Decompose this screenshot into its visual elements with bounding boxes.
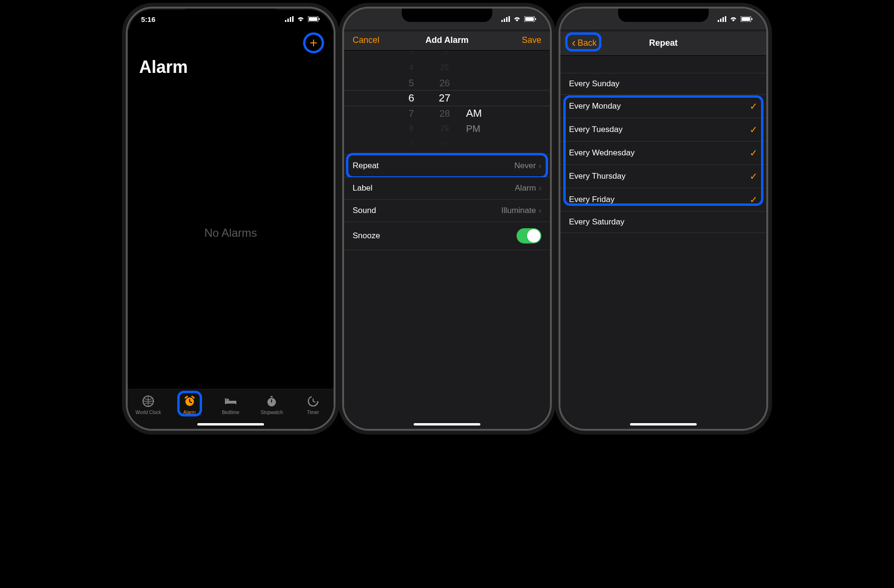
svg-rect-23 [718, 20, 719, 22]
chevron-right-icon: › [539, 162, 541, 170]
svg-rect-19 [508, 16, 510, 22]
battery-icon [524, 16, 537, 22]
highlight-ring [177, 391, 202, 416]
home-indicator[interactable] [630, 423, 697, 426]
svg-rect-9 [225, 401, 236, 404]
svg-rect-25 [722, 17, 724, 22]
battery-icon [741, 16, 753, 22]
tab-bedtime[interactable]: Bedtime [215, 395, 246, 415]
globe-icon [142, 395, 155, 408]
phone-repeat: ‹ Back Repeat Every Sunday Every Monday … [559, 7, 768, 431]
cellular-icon [501, 16, 510, 22]
row-value: Illuminate [501, 206, 536, 215]
svg-rect-26 [725, 16, 726, 22]
row-label: Sound [353, 206, 376, 215]
svg-rect-1 [287, 19, 289, 22]
navbar: ‹ Back Repeat [560, 31, 766, 56]
day-saturday[interactable]: Every Saturday [560, 212, 766, 233]
save-button[interactable]: Save [522, 35, 541, 45]
svg-rect-16 [501, 20, 503, 22]
cancel-button[interactable]: Cancel [353, 35, 379, 45]
tab-label: World Clock [135, 410, 161, 415]
day-label: Every Saturday [569, 217, 624, 227]
day-friday[interactable]: Every Friday ✓ [560, 188, 766, 212]
status-time: 5:16 [141, 15, 155, 23]
tab-label: Stopwatch [261, 410, 283, 415]
bed-icon [224, 395, 237, 408]
back-button[interactable]: ‹ Back [569, 35, 599, 51]
tab-label: Timer [307, 410, 319, 415]
alarm-settings-list: Repeat Never› Label Alarm› Sound Illumin… [344, 154, 550, 250]
tab-label: Bedtime [222, 410, 240, 415]
add-alarm-button[interactable]: + [303, 32, 324, 53]
phone-alarm-list: 5:16 + Alarm No Alarms World Clock [126, 7, 335, 431]
svg-rect-11 [235, 401, 236, 404]
page-title: Alarm [128, 53, 334, 77]
check-icon: ✓ [750, 124, 758, 135]
highlight-ring [565, 32, 601, 51]
day-label: Every Monday [569, 101, 621, 111]
day-tuesday[interactable]: Every Tuesday ✓ [560, 118, 766, 142]
highlight-ring [303, 32, 324, 53]
status-right [501, 16, 537, 22]
stopwatch-icon [265, 395, 278, 408]
row-value: Alarm [515, 183, 536, 193]
home-indicator[interactable] [414, 423, 480, 426]
day-label: Every Tuesday [569, 125, 622, 134]
tab-world-clock[interactable]: World Clock [133, 395, 163, 415]
svg-rect-22 [535, 18, 536, 20]
svg-rect-29 [752, 18, 752, 20]
snooze-toggle[interactable] [517, 228, 541, 243]
notch [402, 9, 492, 22]
svg-rect-10 [225, 398, 226, 404]
chevron-right-icon: › [539, 184, 541, 193]
repeat-row[interactable]: Repeat Never› [344, 155, 550, 177]
status-right [285, 16, 320, 22]
ampm-picker[interactable]: AM PM [461, 60, 499, 136]
chevron-right-icon: › [539, 206, 541, 215]
check-icon: ✓ [750, 171, 758, 182]
svg-rect-17 [504, 19, 505, 22]
svg-point-12 [226, 399, 229, 401]
day-sunday[interactable]: Every Sunday [560, 73, 766, 95]
day-label: Every Wednesday [569, 148, 635, 158]
wifi-icon [513, 16, 521, 22]
nav-title: Repeat [649, 38, 678, 48]
day-monday[interactable]: Every Monday ✓ [560, 95, 766, 118]
svg-rect-18 [506, 17, 508, 22]
day-label: Every Sunday [569, 79, 620, 89]
phone-add-alarm: Cancel Add Alarm Save 3 4 5 6 7 8 9 24 2… [342, 7, 552, 431]
tab-timer[interactable]: Timer [298, 395, 328, 415]
timer-icon [306, 395, 320, 408]
day-list: Every Sunday Every Monday ✓ Every Tuesda… [560, 73, 766, 233]
svg-rect-5 [309, 17, 317, 21]
nav-title: Add Alarm [426, 35, 468, 45]
svg-rect-21 [525, 17, 534, 21]
wifi-icon [296, 16, 305, 22]
day-label: Every Friday [569, 195, 614, 204]
tab-stopwatch[interactable]: Stopwatch [256, 395, 287, 415]
time-picker[interactable]: 3 4 5 6 7 8 9 24 25 26 27 28 29 30 [344, 51, 550, 146]
home-indicator[interactable] [197, 423, 264, 426]
label-row[interactable]: Label Alarm› [344, 177, 550, 200]
row-label: Snooze [353, 231, 380, 241]
day-thursday[interactable]: Every Thursday ✓ [560, 165, 766, 188]
battery-icon [308, 16, 320, 22]
row-label: Label [353, 183, 373, 193]
minute-picker[interactable]: 24 25 26 27 28 29 30 [428, 51, 461, 146]
navbar: Cancel Add Alarm Save [344, 31, 550, 51]
svg-rect-0 [285, 20, 286, 22]
status-right [718, 16, 753, 22]
check-icon: ✓ [750, 101, 758, 112]
tab-alarm[interactable]: Alarm [174, 395, 205, 415]
sound-row[interactable]: Sound Illuminate› [344, 200, 550, 222]
day-wednesday[interactable]: Every Wednesday ✓ [560, 142, 766, 165]
svg-rect-6 [319, 18, 320, 20]
svg-rect-3 [292, 16, 294, 22]
notch [185, 9, 276, 22]
svg-rect-2 [290, 17, 291, 22]
svg-rect-28 [742, 17, 750, 21]
notch [618, 9, 709, 22]
check-icon: ✓ [750, 147, 758, 159]
hour-picker[interactable]: 3 4 5 6 7 8 9 [395, 51, 428, 146]
